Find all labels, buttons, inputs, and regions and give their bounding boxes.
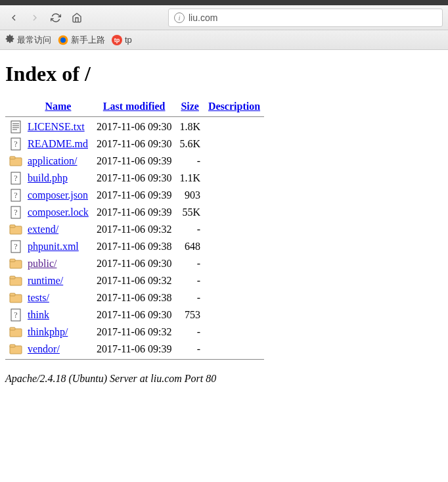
firefox-icon <box>58 35 68 45</box>
file-link[interactable]: tests/ <box>28 292 49 303</box>
file-modified: 2017-11-06 09:38 <box>93 289 176 306</box>
file-description <box>204 238 264 255</box>
bookmarks-bar: 最常访问 新手上路 tp tp <box>0 30 448 50</box>
file-link[interactable]: phpunit.xml <box>28 241 79 252</box>
browser-toolbar: i liu.com <box>0 5 448 30</box>
file-description <box>204 221 264 238</box>
file-row: vendor/2017-11-06 09:39- <box>5 341 264 358</box>
file-modified: 2017-11-06 09:38 <box>93 238 176 255</box>
sort-name[interactable]: Name <box>45 101 71 112</box>
url-bar[interactable]: i liu.com <box>168 9 443 27</box>
bookmark-label: 最常访问 <box>17 34 51 46</box>
file-row: runtime/2017-11-06 09:32- <box>5 272 264 289</box>
file-modified: 2017-11-06 09:32 <box>93 324 176 341</box>
file-link[interactable]: public/ <box>28 258 56 269</box>
file-description <box>204 170 264 187</box>
home-button[interactable] <box>68 9 85 26</box>
file-link[interactable]: application/ <box>28 155 78 166</box>
file-link[interactable]: thinkphp/ <box>28 326 68 337</box>
file-row: public/2017-11-06 09:30- <box>5 255 264 272</box>
gear-icon <box>5 34 14 45</box>
svg-rect-22 <box>10 259 15 262</box>
file-description <box>204 324 264 341</box>
svg-rect-26 <box>10 293 15 296</box>
file-description <box>204 255 264 272</box>
folder-icon <box>5 255 24 272</box>
file-link[interactable]: build.php <box>28 172 68 183</box>
svg-rect-24 <box>10 276 15 279</box>
file-link[interactable]: composer.lock <box>28 206 89 218</box>
file-row: application/2017-11-06 09:39- <box>5 153 264 170</box>
server-footer: Apache/2.4.18 (Ubuntu) Server at liu.com… <box>0 373 448 385</box>
folder-icon <box>5 272 24 289</box>
file-row: ?build.php2017-11-06 09:301.1K <box>5 170 264 187</box>
svg-rect-30 <box>10 327 15 330</box>
bookmark-getting-started[interactable]: 新手上路 <box>58 34 105 46</box>
forward-button[interactable] <box>26 9 43 26</box>
file-size: 5.6K <box>175 135 204 153</box>
file-size: 1.1K <box>175 170 204 187</box>
text-icon <box>5 118 24 135</box>
unknown-icon: ? <box>5 187 24 204</box>
file-modified: 2017-11-06 09:39 <box>93 187 176 204</box>
file-modified: 2017-11-06 09:30 <box>93 255 176 272</box>
file-size: - <box>175 221 204 238</box>
file-size: - <box>175 272 204 289</box>
sort-description[interactable]: Description <box>208 101 260 112</box>
sort-size[interactable]: Size <box>181 101 199 112</box>
unknown-icon: ? <box>5 306 24 324</box>
svg-rect-10 <box>10 157 15 159</box>
bookmark-tp[interactable]: tp tp <box>112 35 132 45</box>
bookmark-label: 新手上路 <box>71 34 105 46</box>
file-size: 1.8K <box>175 118 204 135</box>
file-size: - <box>175 153 204 170</box>
file-link[interactable]: runtime/ <box>28 275 63 286</box>
file-row: thinkphp/2017-11-06 09:32- <box>5 324 264 341</box>
file-description <box>204 204 264 221</box>
svg-text:?: ? <box>14 139 17 149</box>
file-size: 753 <box>175 306 204 324</box>
reload-button[interactable] <box>47 9 64 26</box>
file-description <box>204 289 264 306</box>
file-size: - <box>175 255 204 272</box>
folder-icon <box>5 153 24 170</box>
file-description <box>204 187 264 204</box>
file-row: ?composer.json2017-11-06 09:39903 <box>5 187 264 204</box>
page-content: Index of / Name Last modified Size Descr… <box>0 50 448 366</box>
bookmark-frequent[interactable]: 最常访问 <box>5 34 51 46</box>
file-description <box>204 341 264 358</box>
file-link[interactable]: composer.json <box>28 189 88 201</box>
folder-icon <box>5 221 24 238</box>
back-button[interactable] <box>5 9 22 26</box>
sort-modified[interactable]: Last modified <box>103 101 166 112</box>
file-modified: 2017-11-06 09:32 <box>93 272 176 289</box>
folder-icon <box>5 289 24 306</box>
file-size: - <box>175 289 204 306</box>
folder-icon <box>5 341 24 358</box>
file-modified: 2017-11-06 09:30 <box>93 135 176 153</box>
info-icon[interactable]: i <box>174 12 185 23</box>
svg-rect-32 <box>10 345 15 347</box>
folder-icon <box>5 324 24 341</box>
file-row: ?composer.lock2017-11-06 09:3955K <box>5 204 264 221</box>
file-link[interactable]: vendor/ <box>28 343 60 354</box>
svg-text:?: ? <box>14 310 17 320</box>
bookmark-label: tp <box>125 35 132 45</box>
svg-text:?: ? <box>14 174 17 183</box>
file-link[interactable]: extend/ <box>28 224 58 235</box>
svg-rect-18 <box>10 225 15 228</box>
svg-text:?: ? <box>14 242 17 251</box>
file-link[interactable]: LICENSE.txt <box>28 121 85 132</box>
file-link[interactable]: README.md <box>28 138 88 149</box>
page-title: Index of / <box>5 62 443 86</box>
url-text: liu.com <box>189 12 217 23</box>
svg-point-1 <box>60 37 66 43</box>
file-size: 55K <box>175 204 204 221</box>
svg-text:?: ? <box>14 191 17 200</box>
file-row: LICENSE.txt2017-11-06 09:301.8K <box>5 118 264 135</box>
file-size: - <box>175 341 204 358</box>
file-row: ?think2017-11-06 09:30753 <box>5 306 264 324</box>
file-description <box>204 272 264 289</box>
file-description <box>204 118 264 135</box>
file-link[interactable]: think <box>28 309 49 320</box>
